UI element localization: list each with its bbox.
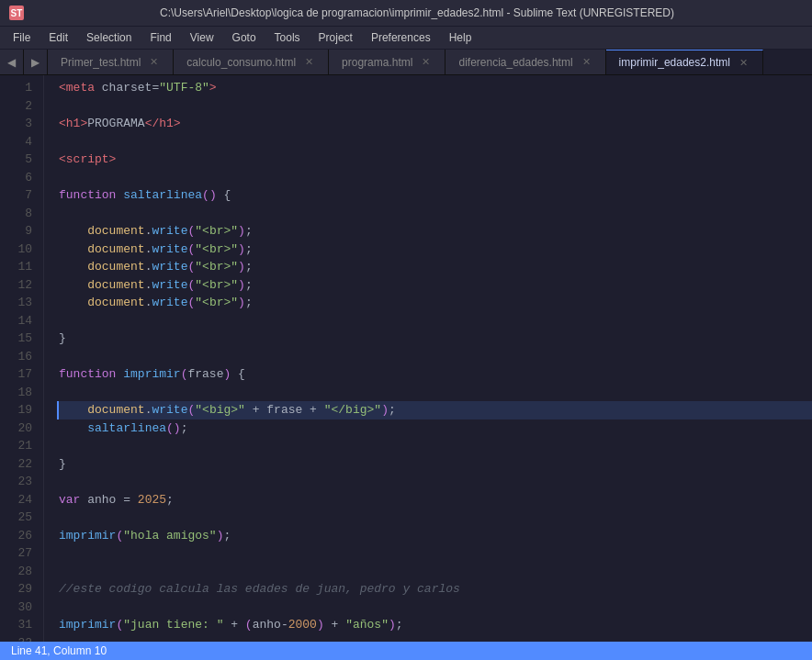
code-line: document.write("<br>"); [59, 276, 812, 295]
menu-file[interactable]: File [4, 28, 39, 47]
menu-tools[interactable]: Tools [265, 28, 310, 47]
cursor-position: Line 41, Column 10 [11, 644, 107, 657]
code-line: function imprimir(frase) { [59, 365, 812, 384]
code-line [59, 205, 812, 223]
code-line [59, 384, 812, 402]
menu-preferences[interactable]: Preferences [362, 28, 440, 47]
code-line: document.write("<big>" + frase + "</big>… [57, 401, 812, 419]
tab-close-icon[interactable]: ✕ [738, 57, 750, 69]
code-editor[interactable]: <meta charset="UTF-8"> <h1>PROGRAMA</h1>… [44, 75, 812, 642]
menu-help[interactable]: Help [440, 28, 481, 47]
code-line: //este codigo calcula las edades de juan… [59, 580, 812, 598]
tab-label: imprimir_edades2.html [619, 56, 730, 69]
code-line: document.write("<br>"); [59, 241, 812, 259]
menu-goto[interactable]: Goto [223, 28, 265, 47]
tab-close-icon[interactable]: ✕ [303, 56, 315, 68]
menu-project[interactable]: Project [310, 28, 362, 47]
menu-find[interactable]: Find [141, 28, 180, 47]
code-line [59, 169, 812, 187]
code-line [59, 563, 812, 581]
tab-close-icon[interactable]: ✕ [148, 56, 160, 68]
code-line: } [59, 455, 812, 474]
code-line: <meta charset="UTF-8"> [59, 79, 812, 97]
menu-selection[interactable]: Selection [77, 28, 141, 47]
tab-next-btn[interactable]: ▶ [24, 50, 48, 74]
window-title: C:\Users\Ariel\Desktop\logica de program… [31, 6, 803, 19]
menu-view[interactable]: View [181, 28, 223, 47]
tab-primer-test[interactable]: Primer_test.html ✕ [48, 50, 174, 74]
code-line: <script> [59, 151, 812, 169]
tab-close-icon[interactable]: ✕ [420, 56, 432, 68]
tab-close-icon[interactable]: ✕ [581, 56, 592, 68]
tab-prev-btn[interactable]: ◀ [0, 50, 24, 74]
code-line: document.write("<br>"); [59, 222, 812, 241]
code-area: 1 2 3 4 5 6 7 8 9 10 11 12 13 14 15 16 1… [0, 75, 812, 642]
code-line: function saltarlinea() { [59, 186, 812, 205]
code-line: imprimir("hola amigos"); [59, 527, 812, 545]
tab-imprimir-edades2[interactable]: imprimir_edades2.html ✕ [606, 50, 763, 74]
tab-programa[interactable]: programa.html ✕ [329, 50, 445, 74]
code-line: imprimir("juan tiene: " + (anho-2000) + … [59, 616, 812, 634]
tab-label: Primer_test.html [61, 56, 141, 69]
tab-calculo-consumo[interactable]: calculo_consumo.html ✕ [174, 50, 329, 74]
code-line [59, 634, 812, 643]
code-line [59, 473, 812, 491]
code-line: <h1>PROGRAMA</h1> [59, 115, 812, 133]
code-line: document.write("<br>"); [59, 294, 812, 312]
code-line: document.write("<br>"); [59, 258, 812, 276]
code-line [59, 544, 812, 563]
tab-label: programa.html [342, 56, 412, 69]
line-numbers: 1 2 3 4 5 6 7 8 9 10 11 12 13 14 15 16 1… [0, 75, 44, 642]
code-line [59, 598, 812, 617]
code-line [59, 312, 812, 330]
code-line: var anho = 2025; [59, 491, 812, 509]
tab-bar: ◀ ▶ Primer_test.html ✕ calculo_consumo.h… [0, 50, 812, 75]
app-icon: ST [9, 6, 24, 20]
code-line [59, 97, 812, 116]
menu-bar: File Edit Selection Find View Goto Tools… [0, 27, 812, 50]
code-line [59, 437, 812, 455]
title-bar: ST C:\Users\Ariel\Desktop\logica de prog… [0, 0, 812, 27]
code-line: } [59, 330, 812, 348]
tab-diferencia-edades[interactable]: diferencia_edades.html ✕ [445, 50, 605, 74]
code-line [59, 348, 812, 366]
tab-label: calculo_consumo.html [186, 56, 296, 69]
code-line [59, 509, 812, 527]
status-bar: Line 41, Column 10 [0, 642, 812, 660]
tab-label: diferencia_edades.html [458, 56, 572, 69]
menu-edit[interactable]: Edit [39, 28, 77, 47]
code-line: saltarlinea(); [59, 419, 812, 438]
code-line [59, 133, 812, 151]
